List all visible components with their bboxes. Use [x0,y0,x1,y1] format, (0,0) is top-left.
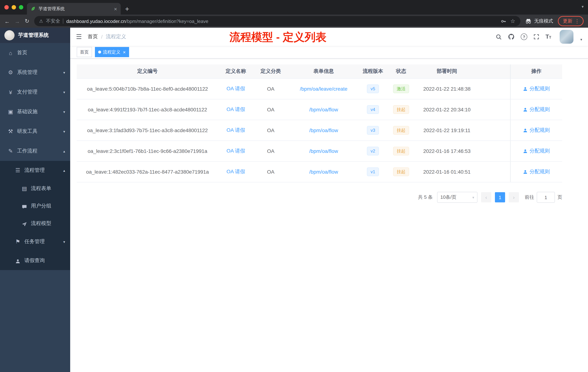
fullscreen-icon[interactable] [534,34,539,40]
cell-definition-id: oa_leave:4:991f2193-7b7f-11ec-a3c8-acde4… [77,107,218,112]
page-size-select[interactable]: 10条/页 ▾ [437,192,477,203]
sidebar-item-dev-tools[interactable]: ⚒ 研发工具 ▾ [0,121,70,141]
cell-status: 挂起 [387,105,416,114]
cell-definition-id: oa_leave:1:482ec033-762a-11ec-8477-a2380… [77,169,218,175]
tag-home[interactable]: 首页 [77,47,92,57]
assign-rule-button[interactable]: 分配规则 [523,106,550,113]
sidebar-item-process-model[interactable]: 流程模型 [0,215,70,232]
back-icon[interactable]: ← [4,18,10,24]
cell-version: v5 [359,85,387,93]
sidebar-item-user-group[interactable]: 用户分组 [0,197,70,215]
not-secure-label[interactable]: 不安全 [46,18,60,24]
form-info-link[interactable]: /bpm/oa/flow [309,148,338,154]
definition-name-link[interactable]: OA 请假 [227,106,245,112]
url-omnibox[interactable]: ⚠ 不安全 dashboard.yudao.iocoder.cn/bpm/man… [34,16,520,26]
table-row: oa_leave:3:1fad3d93-7b75-11ec-a3c8-acde4… [77,120,562,141]
status-tag: 挂起 [393,147,409,155]
tab-close-icon[interactable]: × [114,6,117,12]
user-icon [523,149,528,153]
help-icon[interactable]: ? [521,33,527,40]
sidebar-item-label: 请假查询 [24,257,45,264]
tab-search-caret-icon[interactable]: ▾ [582,4,584,9]
incognito-icon [525,18,532,24]
assign-rule-button[interactable]: 分配规则 [523,86,550,92]
form-info-link[interactable]: /bpm/oa/flow [309,127,338,133]
definition-name-link[interactable]: OA 请假 [227,127,245,133]
prev-page-button[interactable]: ‹ [481,192,491,202]
next-page-button[interactable]: › [509,192,519,202]
sidebar-item-process-form[interactable]: ▤ 流程表单 [0,180,70,197]
definition-name-link[interactable]: OA 请假 [227,86,245,91]
tag-process-definition[interactable]: 流程定义 × [95,47,129,57]
assign-rule-label: 分配规则 [529,169,550,175]
definition-name-link[interactable]: OA 请假 [227,148,245,153]
key-icon[interactable] [501,18,506,24]
version-tag: v4 [367,105,379,114]
cell-action: 分配规则 [510,99,562,120]
pagination-goto: 前往 页 [525,192,562,203]
close-window-button[interactable] [4,5,9,10]
github-icon[interactable] [508,33,514,40]
sidebar-item-infrastructure[interactable]: ▣ 基础设施 ▾ [0,102,70,121]
page-1-button[interactable]: 1 [495,192,505,202]
url-text: dashboard.yudao.iocoder.cn/bpm/manager/d… [66,18,208,24]
form-info-link[interactable]: /bpm/oa/leave/create [300,86,347,92]
form-info-link[interactable]: /bpm/oa/flow [309,107,338,112]
form-info-link[interactable]: /bpm/oa/flow [309,169,338,175]
user-icon [15,258,21,264]
sidebar-item-leave-query[interactable]: 请假查询 [0,251,70,270]
tag-close-icon[interactable]: × [123,49,126,55]
cell-form-info: /bpm/oa/flow [288,148,359,154]
cell-definition-name: OA 请假 [218,106,253,113]
omnibox-divider [63,19,63,24]
sidebar-item-home[interactable]: ⌂ 首页 [0,43,70,63]
font-size-icon[interactable]: T T [546,34,551,40]
sidebar-item-workflow[interactable]: ✎ 工作流程 ▴ [0,141,70,161]
flag-icon: ⚑ [15,238,21,245]
tab-title: 芋道管理系统 [39,6,111,12]
col-definition-name: 定义名称 [218,68,253,75]
sidebar-item-payment-management[interactable]: ¥ 支付管理 ▾ [0,82,70,102]
hamburger-icon[interactable]: ☰ [76,33,82,41]
new-tab-button[interactable]: + [125,5,129,13]
sidebar-item-process-management[interactable]: ☰ 流程管理 ▴ [0,161,70,180]
avatar-caret-icon[interactable]: ▾ [580,37,582,42]
user-avatar[interactable] [560,30,573,44]
cell-action: 分配规则 [510,79,562,99]
assign-rule-button[interactable]: 分配规则 [523,148,550,154]
cell-action: 分配规则 [510,120,562,141]
sidebar-logo[interactable]: 芋道管理系统 [0,28,70,43]
assign-rule-button[interactable]: 分配规则 [523,127,550,134]
select-caret-icon: ▾ [472,195,474,199]
font-size-big: T [546,34,549,40]
assign-rule-button[interactable]: 分配规则 [523,169,550,175]
goto-page-input[interactable] [537,192,555,203]
browser-menu-icon[interactable]: ⋮ [575,18,580,24]
sidebar-item-system-management[interactable]: ⚙ 系统管理 ▾ [0,63,70,82]
browser-tab[interactable]: 芋道管理系统 × [27,3,121,15]
breadcrumb-current: 流程定义 [106,33,126,40]
sidebar-item-label: 研发工具 [17,128,37,135]
cell-category: OA [253,86,288,92]
search-icon[interactable] [496,34,502,40]
zoom-window-button[interactable] [19,5,23,10]
cell-version: v3 [359,126,387,135]
sidebar-item-label: 任务管理 [24,238,45,245]
forward-icon[interactable]: → [15,18,20,24]
cell-definition-id: oa_leave:2:3c1f0ef1-76b1-11ec-9c66-a2380… [77,148,218,154]
col-status: 状态 [387,68,416,75]
reload-icon[interactable]: ↻ [25,18,29,24]
update-label: 更新 [563,18,572,24]
table-body: oa_leave:5:004b710b-7b8a-11ec-8ef0-acde4… [77,79,562,182]
minimize-window-button[interactable] [12,5,16,10]
version-tag: v5 [367,85,379,93]
definition-name-link[interactable]: OA 请假 [227,169,245,174]
breadcrumb-home[interactable]: 首页 [88,33,98,40]
tools-icon: ⚒ [7,128,14,135]
chrome-update-button[interactable]: 更新 ⋮ [558,16,584,26]
bookmark-star-icon[interactable]: ☆ [510,18,515,24]
incognito-label: 无痕模式 [534,18,553,24]
chat-bubble-icon [21,203,28,209]
sidebar-item-task-management[interactable]: ⚑ 任务管理 ▾ [0,232,70,251]
gear-icon: ⚙ [7,69,14,76]
